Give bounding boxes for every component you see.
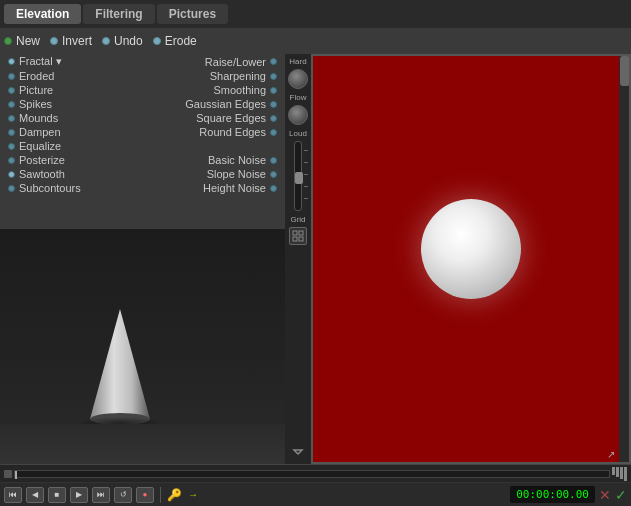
erode-dot bbox=[153, 37, 161, 45]
tabs-bar: Elevation Filtering Pictures bbox=[0, 0, 631, 28]
height-noise-label: Height Noise bbox=[203, 182, 266, 194]
list-item[interactable]: Sawtooth Slope Noise bbox=[0, 167, 285, 181]
loud-slider[interactable] bbox=[294, 141, 302, 211]
ground-plane bbox=[0, 424, 285, 464]
grid-icon bbox=[292, 230, 304, 242]
list-item[interactable]: Eroded Sharpening bbox=[0, 69, 285, 83]
dampen-label: Dampen bbox=[19, 126, 61, 138]
record-button[interactable]: ● bbox=[136, 487, 154, 503]
fractal-dot bbox=[8, 58, 15, 65]
timeline-handle[interactable] bbox=[4, 470, 12, 478]
undo-button[interactable]: Undo bbox=[102, 34, 143, 48]
raise-lower-label: Raise/Lower bbox=[205, 56, 266, 68]
list-item[interactable]: Picture Smoothing bbox=[0, 83, 285, 97]
equalize-dot bbox=[8, 143, 15, 150]
transport-play[interactable]: ▶ bbox=[70, 487, 88, 503]
scrollbar-vertical[interactable] bbox=[619, 54, 631, 464]
loop-button[interactable]: ↺ bbox=[114, 487, 132, 503]
gaussian-dot bbox=[270, 101, 277, 108]
left-section: Fractal ▾ Raise/Lower Eroded Sharpening bbox=[0, 54, 285, 464]
new-button[interactable]: New bbox=[4, 34, 40, 48]
dampen-dot bbox=[8, 129, 15, 136]
cancel-icon[interactable]: ✕ bbox=[599, 487, 611, 503]
picture-dot bbox=[8, 87, 15, 94]
chevron-down-icon bbox=[292, 448, 304, 456]
sharpening-label: Sharpening bbox=[210, 70, 266, 82]
flow-knob[interactable] bbox=[288, 105, 308, 125]
sharpening-dot bbox=[270, 73, 277, 80]
preview-panel bbox=[0, 229, 285, 464]
mounds-label: Mounds bbox=[19, 112, 58, 124]
scrollbar-thumb bbox=[620, 56, 630, 86]
tab-pictures[interactable]: Pictures bbox=[157, 4, 228, 24]
confirm-icon[interactable]: ✓ bbox=[615, 487, 627, 503]
list-item[interactable]: Spikes Gaussian Edges bbox=[0, 97, 285, 111]
transport-back[interactable]: ◀ bbox=[26, 487, 44, 503]
list-item[interactable]: Subcontours Height Noise bbox=[0, 181, 285, 195]
basic-noise-label: Basic Noise bbox=[208, 154, 266, 166]
controls-strip: Hard Flow Loud Grid bbox=[285, 54, 311, 464]
transport-stop[interactable]: ■ bbox=[48, 487, 66, 503]
basic-noise-dot bbox=[270, 157, 277, 164]
eroded-dot bbox=[8, 73, 15, 80]
erode-label: Erode bbox=[165, 34, 197, 48]
svg-marker-0 bbox=[90, 309, 150, 419]
fractal-label: Fractal ▾ bbox=[19, 55, 62, 68]
hard-knob[interactable] bbox=[288, 69, 308, 89]
tab-filtering[interactable]: Filtering bbox=[83, 4, 154, 24]
hard-label: Hard bbox=[289, 56, 306, 68]
round-edges-dot bbox=[270, 129, 277, 136]
invert-dot bbox=[50, 37, 58, 45]
picture-label: Picture bbox=[19, 84, 53, 96]
erode-button[interactable]: Erode bbox=[153, 34, 197, 48]
spikes-label: Spikes bbox=[19, 98, 52, 110]
svg-marker-6 bbox=[294, 450, 302, 454]
bar-3 bbox=[620, 467, 623, 479]
smoothing-label: Smoothing bbox=[213, 84, 266, 96]
app-window: Elevation Filtering Pictures New Invert … bbox=[0, 0, 631, 506]
svg-rect-5 bbox=[299, 237, 303, 241]
svg-rect-3 bbox=[299, 231, 303, 235]
svg-rect-2 bbox=[293, 231, 297, 235]
playhead bbox=[15, 471, 17, 479]
controls-dropdown[interactable] bbox=[292, 446, 304, 462]
sawtooth-label: Sawtooth bbox=[19, 168, 65, 180]
key-icon[interactable]: 🔑 bbox=[167, 488, 182, 502]
new-label: New bbox=[16, 34, 40, 48]
transport-prev[interactable]: ⏮ bbox=[4, 487, 22, 503]
viewport-sphere bbox=[421, 199, 521, 299]
list-item[interactable]: Posterize Basic Noise bbox=[0, 153, 285, 167]
list-item[interactable]: Dampen Round Edges bbox=[0, 125, 285, 139]
arrow-icon[interactable]: → bbox=[188, 489, 198, 500]
list-item[interactable]: Equalize bbox=[0, 139, 285, 153]
subcontours-label: Subcontours bbox=[19, 182, 81, 194]
square-edges-label: Square Edges bbox=[196, 112, 266, 124]
spikes-dot bbox=[8, 101, 15, 108]
raise-lower-dot bbox=[270, 58, 277, 65]
menu-panel: Fractal ▾ Raise/Lower Eroded Sharpening bbox=[0, 54, 285, 229]
transport-next[interactable]: ⏭ bbox=[92, 487, 110, 503]
height-noise-dot bbox=[270, 185, 277, 192]
round-edges-label: Round Edges bbox=[199, 126, 266, 138]
grid-label: Grid bbox=[290, 212, 305, 226]
list-item[interactable]: Mounds Square Edges bbox=[0, 111, 285, 125]
divider bbox=[160, 487, 161, 503]
posterize-dot bbox=[8, 157, 15, 164]
viewport-area: ↗ Brush Behavior ▾ Zoom Area Elevation E… bbox=[311, 54, 631, 464]
bar-2 bbox=[616, 467, 619, 477]
cursor-indicator: ↗ bbox=[607, 449, 615, 460]
list-item[interactable]: Fractal ▾ Raise/Lower bbox=[0, 54, 285, 69]
viewport-canvas[interactable]: ↗ bbox=[311, 54, 631, 464]
loud-label: Loud bbox=[289, 126, 307, 140]
invert-button[interactable]: Invert bbox=[50, 34, 92, 48]
grid-button[interactable] bbox=[289, 227, 307, 245]
timeline-track[interactable] bbox=[14, 470, 610, 478]
tab-elevation[interactable]: Elevation bbox=[4, 4, 81, 24]
bar-4 bbox=[624, 467, 627, 481]
square-edges-dot bbox=[270, 115, 277, 122]
slope-noise-label: Slope Noise bbox=[207, 168, 266, 180]
main-panels: Fractal ▾ Raise/Lower Eroded Sharpening bbox=[0, 54, 631, 464]
svg-rect-4 bbox=[293, 237, 297, 241]
time-display: 00:00:00.00 bbox=[510, 486, 595, 503]
undo-dot bbox=[102, 37, 110, 45]
